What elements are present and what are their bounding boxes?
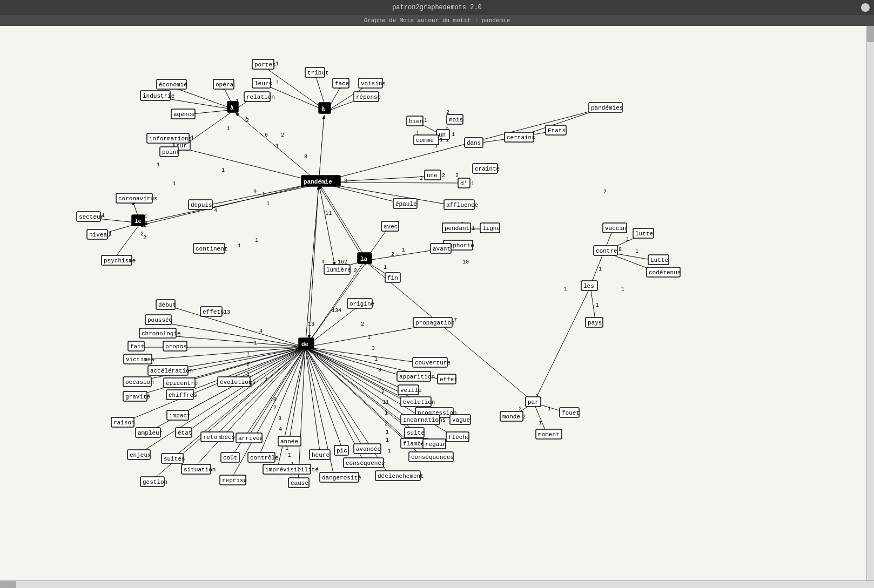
node-industrie[interactable]: industrie — [143, 93, 174, 99]
node-contre[interactable]: contre — [596, 248, 617, 254]
node-pays[interactable]: pays — [588, 320, 602, 326]
scrollbar-bottom-thumb[interactable] — [0, 581, 16, 588]
node-consequence[interactable]: conséquence — [346, 460, 385, 467]
node-bien[interactable]: bien — [409, 118, 423, 125]
node-niveau[interactable]: niveau — [89, 232, 111, 238]
node-epaule[interactable]: épaule — [395, 201, 417, 207]
node-opera[interactable]: opéra — [216, 82, 233, 88]
node-vague[interactable]: vague — [452, 417, 470, 423]
node-d[interactable]: d' — [460, 180, 467, 187]
node-couverture[interactable]: couverture — [415, 360, 451, 366]
node-etats[interactable]: Etats — [548, 127, 566, 134]
node-heure[interactable]: heure — [312, 452, 330, 458]
node-secteur[interactable]: secteur — [79, 214, 104, 220]
node-par[interactable]: par — [528, 399, 539, 405]
node-pendant[interactable]: pendant — [445, 225, 469, 232]
node-mois[interactable]: mois — [449, 117, 463, 123]
node-suites[interactable]: suites — [164, 456, 185, 462]
node-acceleration[interactable]: accélération — [150, 368, 193, 374]
node-gravite[interactable]: gravité — [125, 394, 150, 400]
node-voisins[interactable]: voisins — [361, 80, 386, 87]
node-psychisme[interactable]: psychisme — [104, 258, 136, 264]
node-depuis[interactable]: depuis — [191, 202, 212, 208]
node-a-right[interactable]: à — [321, 106, 325, 112]
node-fleche[interactable]: flèche — [448, 434, 470, 441]
node-relation[interactable]: relation — [246, 94, 275, 100]
node-a-left[interactable]: à — [230, 105, 234, 111]
node-tribut[interactable]: tribut — [307, 70, 329, 76]
node-pandemie[interactable]: pandémie — [304, 179, 332, 185]
node-occasion[interactable]: occasion — [125, 379, 154, 386]
node-propagation[interactable]: propagation — [415, 320, 455, 326]
node-agence[interactable]: agence — [173, 111, 195, 118]
scrollbar-right-thumb[interactable] — [867, 26, 874, 42]
node-consequences[interactable]: conséquences — [411, 454, 454, 461]
node-ligne[interactable]: ligne — [482, 225, 500, 232]
node-reponse[interactable]: réponse — [356, 94, 381, 100]
node-continent[interactable]: continent — [196, 246, 227, 252]
node-regain[interactable]: regain — [425, 441, 447, 448]
node-fouet[interactable]: fouet — [562, 410, 580, 416]
node-cout[interactable]: coût — [223, 455, 237, 461]
node-pandemies[interactable]: pandémies — [591, 105, 623, 111]
node-monde[interactable]: monde — [502, 414, 520, 420]
node-avancee[interactable]: avancée — [356, 446, 381, 452]
node-effets[interactable]: effets — [203, 309, 224, 315]
node-imprevisibilite[interactable]: imprévisibilité — [265, 467, 319, 473]
node-situation[interactable]: situation — [184, 467, 216, 473]
node-controle[interactable]: contrôle — [250, 455, 279, 461]
node-dangerosite[interactable]: dangerosité — [322, 475, 361, 481]
node-chronologie[interactable]: chronologie — [142, 330, 181, 337]
node-comme[interactable]: comme — [416, 137, 434, 144]
node-impact[interactable]: impact — [169, 413, 191, 419]
node-veille[interactable]: veille — [400, 387, 422, 394]
node-declenchement[interactable]: déclenchement — [378, 473, 424, 479]
node-certains[interactable]: certains — [507, 134, 535, 141]
node-effet[interactable]: effet — [440, 376, 458, 383]
node-avant[interactable]: avant — [433, 246, 451, 252]
node-dans[interactable]: dans — [467, 140, 481, 146]
node-fait[interactable]: fait — [130, 343, 144, 350]
node-epicentre[interactable]: épicentre — [166, 380, 198, 387]
node-evolution[interactable]: évolution — [403, 399, 435, 405]
node-retombees[interactable]: retombées — [203, 434, 235, 441]
node-lutte[interactable]: lutte — [635, 231, 653, 237]
node-Lutte[interactable]: Lutte — [650, 257, 668, 263]
node-une[interactable]: une — [427, 172, 438, 179]
node-face[interactable]: face — [335, 80, 349, 87]
node-etat[interactable]: état — [178, 430, 192, 436]
node-reprise[interactable]: reprise — [222, 477, 247, 484]
scrollbar-bottom[interactable] — [0, 580, 874, 588]
node-raison[interactable]: raison — [113, 420, 135, 426]
node-cause[interactable]: cause — [291, 480, 308, 486]
node-affluence[interactable]: affluence — [446, 202, 478, 208]
node-evolutions[interactable]: évolutions — [220, 379, 256, 386]
node-debut[interactable]: début — [158, 302, 176, 308]
node-crainte[interactable]: crainte — [475, 166, 500, 172]
node-poussee[interactable]: poussée — [147, 317, 172, 323]
close-button[interactable] — [861, 3, 870, 12]
node-gestion[interactable]: gestion — [143, 479, 167, 485]
node-enjeux[interactable]: enjeux — [130, 452, 151, 458]
node-vaccin[interactable]: vaccin — [605, 225, 627, 232]
node-portes[interactable]: portes — [254, 62, 276, 68]
node-moment[interactable]: moment — [538, 431, 560, 438]
node-coronavirus[interactable]: coronavirus — [118, 195, 158, 202]
node-origine[interactable]: origine — [349, 301, 374, 307]
node-fin[interactable]: fin — [387, 275, 398, 281]
graph-container[interactable]: 1 2 8 1 1 1 1 2 6 4 11 162 134 13 4 1 1 … — [0, 26, 874, 588]
node-leurs[interactable]: leurs — [254, 80, 272, 87]
node-la[interactable]: la — [360, 256, 368, 262]
node-les[interactable]: les — [583, 283, 594, 289]
node-victimes[interactable]: victimes — [126, 356, 154, 363]
node-informations[interactable]: informations — [149, 136, 192, 142]
node-chiffres[interactable]: chiffres — [169, 392, 197, 398]
node-point[interactable]: point — [162, 149, 180, 156]
node-avec[interactable]: avec — [384, 224, 398, 230]
node-annee[interactable]: année — [280, 438, 298, 445]
node-incarnations[interactable]: Incarnations — [403, 417, 446, 423]
node-apparition[interactable]: apparition — [399, 374, 435, 380]
node-suite[interactable]: suite — [407, 430, 425, 436]
node-lumiere[interactable]: lumière — [326, 267, 351, 273]
node-arrivee[interactable]: arrivée — [238, 435, 263, 442]
